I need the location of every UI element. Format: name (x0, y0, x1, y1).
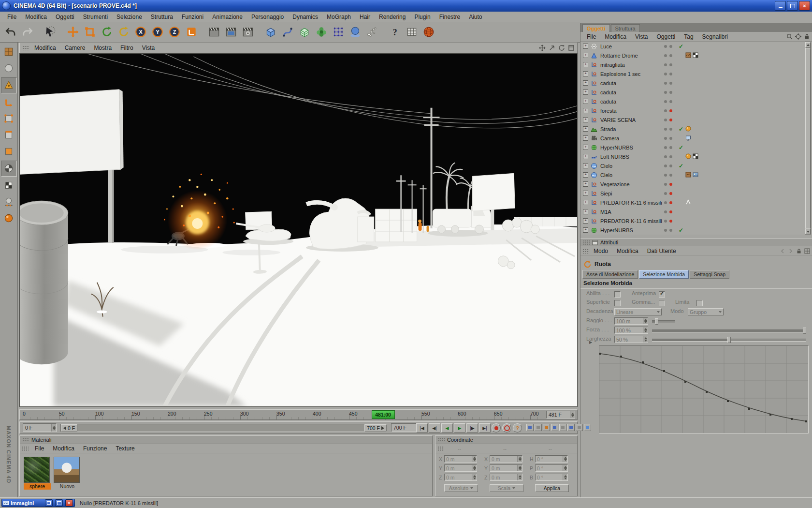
raggio-slider[interactable] (652, 320, 675, 323)
coordinate-system-button[interactable] (183, 24, 200, 41)
viewport-menu-filtro[interactable]: Filtro (116, 44, 138, 52)
lock-icon[interactable] (796, 248, 802, 254)
play-forward-button[interactable]: ▶ (454, 423, 465, 433)
maximize-button[interactable] (787, 1, 798, 11)
render-visibility-dot[interactable] (669, 109, 672, 112)
lock-icon[interactable] (804, 33, 810, 40)
expand-icon[interactable]: + (583, 200, 588, 205)
object-row-vegetazione[interactable]: +Vegetazione (580, 179, 812, 189)
object-row-loft-nurbs[interactable]: +Loft NURBS (580, 152, 812, 161)
current-frame-marker[interactable]: 481:00 (372, 410, 395, 419)
object-list-scrollbar[interactable] (805, 42, 811, 235)
record-keyframes-button[interactable] (492, 423, 501, 433)
enabled-check[interactable]: ✓ (677, 43, 685, 50)
ik-tag-icon[interactable] (685, 199, 691, 206)
render-visibility-dot[interactable] (669, 54, 672, 57)
render-visibility-dot[interactable] (669, 119, 672, 121)
object-row-foresta[interactable]: +foresta (580, 106, 812, 115)
object-row-camera[interactable]: +Camera (580, 134, 812, 143)
larghezza-slider[interactable] (652, 339, 806, 342)
texture-tag-icon[interactable] (685, 172, 691, 179)
drag-handle-icon[interactable] (438, 437, 445, 442)
viewport-canvas[interactable] (19, 53, 578, 407)
anteprima-checkbox[interactable] (659, 291, 665, 298)
undo-button[interactable] (2, 24, 19, 41)
pan-view-icon[interactable] (539, 45, 546, 51)
enabled-check[interactable]: ✓ (677, 144, 685, 151)
expand-icon[interactable]: + (583, 80, 588, 86)
expand-icon[interactable]: + (583, 62, 588, 67)
coord-field[interactable]: 0 m (444, 474, 477, 481)
show-animation-toggle[interactable] (584, 424, 591, 431)
checker-tag-icon[interactable] (693, 52, 698, 59)
phong-tag-icon[interactable] (685, 126, 691, 133)
minimize-button[interactable] (775, 1, 786, 11)
tab-asse-di-modellazione[interactable]: Asse di Modellazione (582, 270, 638, 279)
editor-visibility-dot[interactable] (664, 73, 667, 75)
editor-visibility-dot[interactable] (664, 174, 667, 177)
menu-finestre[interactable]: Finestre (435, 13, 464, 21)
mode-b-dropdown[interactable]: Scala (490, 484, 523, 492)
expand-icon[interactable]: + (583, 191, 588, 196)
render-visibility-dot[interactable] (669, 210, 672, 213)
drag-handle-icon[interactable] (582, 249, 589, 254)
render-visibility-dot[interactable] (669, 229, 672, 232)
viewport-menu-camere[interactable]: Camere (60, 44, 90, 52)
object-row-hypernurbs[interactable]: +HyperNURBS✓ (580, 225, 812, 235)
polygon-mode-button[interactable] (1, 144, 16, 159)
expand-icon[interactable]: + (583, 227, 588, 233)
back-icon[interactable] (780, 248, 785, 254)
render-visibility-dot[interactable] (669, 201, 672, 204)
render-visibility-dot[interactable] (669, 137, 672, 140)
material-thumbnail[interactable] (54, 457, 80, 483)
render-visibility-dot[interactable] (669, 174, 672, 177)
content-browser-button[interactable] (403, 24, 420, 41)
menu-hair[interactable]: Hair (355, 13, 375, 21)
limita-checkbox[interactable] (696, 300, 703, 306)
attr-menu-dati-utente[interactable]: Dati Utente (643, 247, 681, 255)
tab-struttura[interactable]: Struttura (611, 24, 640, 32)
editor-visibility-dot[interactable] (664, 229, 667, 232)
titlebar[interactable]: CINEMA 4D (64 Bit) - [scenario PROVE.c4d… (0, 0, 812, 12)
zoom-view-icon[interactable] (549, 45, 555, 51)
expand-icon[interactable]: + (583, 117, 588, 122)
editor-visibility-dot[interactable] (664, 164, 667, 167)
materials-menu-modifica[interactable]: Modifica (48, 444, 79, 453)
coord-field[interactable]: 0 m (490, 455, 522, 463)
move-button[interactable] (64, 24, 81, 41)
expand-icon[interactable]: + (583, 90, 588, 95)
lock-y-button[interactable]: Y (149, 24, 166, 41)
object-axis-mode-button[interactable] (1, 211, 16, 226)
add-deformer-button[interactable] (330, 24, 347, 41)
render-visibility-dot[interactable] (669, 63, 672, 66)
attr-menu-modifica[interactable]: Modifica (612, 247, 643, 255)
drag-handle-icon[interactable] (22, 437, 29, 442)
range-start-field[interactable]: 0 F (23, 423, 57, 432)
render-view-button[interactable] (205, 24, 222, 41)
range-left-handle[interactable]: 0 F (61, 424, 77, 432)
expand-icon[interactable]: + (583, 163, 588, 168)
object-row-cielo[interactable]: +Cielo (580, 170, 812, 179)
live-selection-button[interactable] (42, 24, 58, 41)
materials-menu-file[interactable]: File (30, 444, 48, 453)
expand-icon[interactable]: + (583, 181, 588, 187)
expand-icon[interactable]: + (583, 126, 588, 132)
model-mode-button[interactable] (1, 61, 16, 76)
next-key-button[interactable]: |▶ (466, 423, 478, 433)
abilita-checkbox[interactable] (614, 291, 621, 298)
add-modeling-button[interactable] (313, 24, 330, 41)
forza-slider[interactable] (652, 329, 806, 332)
viewport-menu-vista[interactable]: Vista (138, 44, 159, 52)
redo-button[interactable] (19, 24, 36, 41)
drag-handle-icon[interactable] (437, 446, 444, 451)
editor-visibility-dot[interactable] (664, 220, 667, 223)
timeline-ruler[interactable]: 0501001502002503003504004505005506006507… (19, 409, 578, 420)
picture-viewer-taskbar-item[interactable]: Immagini × (1, 499, 75, 507)
object-mode-button[interactable] (1, 77, 17, 93)
menu-oggetti[interactable]: Oggetti (51, 13, 79, 21)
help-button[interactable]: ? (386, 24, 403, 41)
scroll-down-button[interactable] (805, 228, 811, 234)
texture-tag-icon[interactable] (685, 52, 691, 59)
record-scale-toggle[interactable] (535, 424, 542, 431)
texture-axis-mode-button[interactable] (1, 178, 16, 193)
